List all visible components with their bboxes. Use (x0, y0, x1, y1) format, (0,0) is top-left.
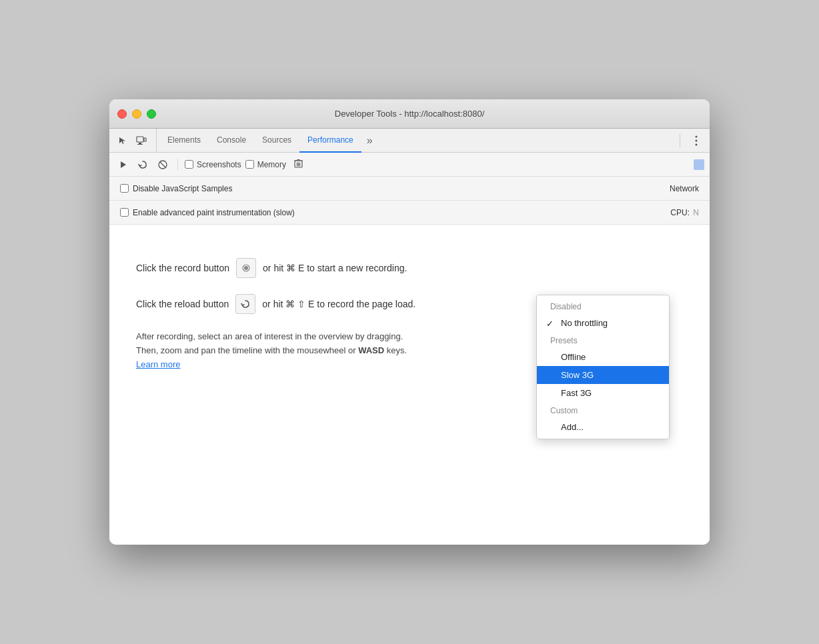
minimize-button[interactable] (132, 109, 141, 119)
svg-point-4 (696, 135, 698, 137)
menu-category-disabled: Disabled (537, 298, 669, 314)
record-button[interactable] (115, 157, 131, 173)
devtools-icons (115, 129, 157, 152)
disable-js-label[interactable]: Disable JavaScript Samples (120, 184, 232, 193)
svg-rect-1 (144, 138, 146, 141)
paint-checkbox[interactable] (120, 208, 129, 217)
divider-1 (177, 159, 178, 171)
traffic-lights (117, 109, 156, 119)
network-label: Network (670, 184, 699, 193)
menu-item-fast-3g[interactable]: Fast 3G (537, 384, 669, 402)
screenshots-checkbox-label[interactable]: Screenshots (185, 160, 241, 169)
tabbar: Elements Console Sources Performance » (109, 129, 710, 153)
menu-item-offline[interactable]: Offline (537, 348, 669, 366)
record-instruction: Click the record button or hit ⌘ E to st… (136, 258, 683, 278)
cpu-label: CPU: N (670, 208, 699, 217)
clear-button[interactable] (155, 157, 171, 173)
trash-button[interactable] (294, 159, 303, 170)
svg-point-5 (696, 139, 698, 141)
options-row: Disable JavaScript Samples Network (109, 177, 710, 201)
cursor-icon[interactable] (115, 133, 131, 149)
network-throttle-dropdown: Disabled ✓ No throttling Presets Offline… (536, 295, 670, 439)
menu-item-slow-3g[interactable]: Slow 3G (537, 366, 669, 384)
learn-more-link[interactable]: Learn more (136, 359, 180, 369)
svg-line-9 (160, 161, 166, 167)
network-throttle-indicator (694, 159, 704, 170)
titlebar: Developer Tools - http://localhost:8080/ (109, 99, 710, 129)
memory-checkbox-label[interactable]: Memory (245, 160, 286, 169)
options-row-2: Enable advanced paint instrumentation (s… (109, 201, 710, 225)
device-icon[interactable] (133, 133, 149, 149)
svg-rect-0 (137, 137, 143, 142)
record-btn-inline (236, 258, 256, 278)
toolbar: Screenshots Memory (109, 153, 710, 177)
devtools-window: Developer Tools - http://localhost:8080/… (109, 99, 710, 545)
menu-item-no-throttling[interactable]: ✓ No throttling (537, 314, 669, 332)
tab-sources[interactable]: Sources (254, 129, 299, 153)
maximize-button[interactable] (147, 109, 156, 119)
tab-elements[interactable]: Elements (159, 129, 209, 153)
menu-category-presets: Presets (537, 332, 669, 348)
tab-console[interactable]: Console (209, 129, 254, 153)
tab-performance[interactable]: Performance (299, 129, 361, 153)
menu-item-add[interactable]: Add... (537, 418, 669, 436)
more-options-icon[interactable] (688, 133, 704, 149)
memory-checkbox[interactable] (245, 160, 254, 169)
disable-js-checkbox[interactable] (120, 184, 129, 193)
checkmark-icon: ✓ (546, 318, 554, 328)
reload-button[interactable] (135, 157, 151, 173)
divider (680, 134, 680, 147)
svg-point-17 (244, 266, 248, 270)
tabbar-right (676, 129, 704, 152)
menu-category-custom: Custom (537, 402, 669, 418)
reload-btn-inline (235, 294, 255, 314)
close-button[interactable] (117, 109, 127, 119)
content-note: After recording, select an area of inter… (136, 330, 603, 371)
svg-rect-3 (137, 144, 143, 145)
window-title: Developer Tools - http://localhost:8080/ (335, 109, 485, 119)
svg-marker-7 (121, 161, 126, 168)
screenshots-checkbox[interactable] (185, 160, 193, 169)
content-area: Click the record button or hit ⌘ E to st… (109, 225, 710, 545)
paint-label[interactable]: Enable advanced paint instrumentation (s… (120, 208, 295, 217)
more-tabs-button[interactable]: » (361, 129, 378, 152)
svg-point-6 (696, 143, 698, 145)
svg-rect-2 (139, 143, 141, 144)
